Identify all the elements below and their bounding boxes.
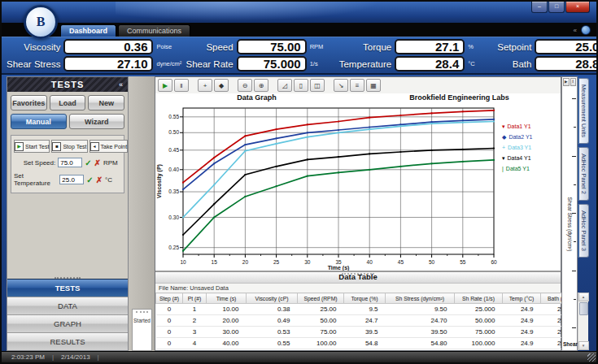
table-cell: 100.000 — [455, 338, 503, 349]
zoom-in-button[interactable]: ⊕ — [254, 79, 268, 92]
set-temperature-row: Set Temperature ✓ ✗ °C — [14, 172, 121, 187]
load-button[interactable]: Load — [50, 95, 86, 110]
column-header-time-s[interactable]: Time (s) — [207, 293, 247, 304]
x-axis-label: Time (s) — [328, 265, 350, 271]
legend-item-data3-y1[interactable]: +Data3 Y1 — [497, 142, 561, 153]
table-row[interactable]: 0440.000.55100.0054.854.80100.00024.925.… — [156, 338, 578, 349]
column-header-torque[interactable]: Torque (%) — [344, 293, 386, 304]
table-cell: 0 — [156, 304, 183, 315]
readout-value: 75.000 — [237, 56, 307, 72]
collapse-panel-icon[interactable]: « — [119, 80, 124, 89]
readout-value: 27.10 — [63, 56, 153, 72]
accept-temperature-icon[interactable]: ✓ — [86, 176, 93, 184]
start-test-button[interactable]: ▶ Start Test — [14, 140, 50, 153]
table-row[interactable]: 0330.000.5375.0039.539.5075.00024.925.3 — [156, 327, 578, 338]
sidebar-nav-tests[interactable]: TESTS — [7, 279, 128, 297]
wizard-button[interactable]: Wizard — [69, 114, 125, 129]
column-header-speed-rpm[interactable]: Speed (RPM) — [298, 293, 344, 304]
close-button[interactable]: × — [565, 2, 590, 13]
column-header-pt[interactable]: Pt (#) — [183, 293, 207, 304]
readout-value: 25.0 — [535, 39, 598, 54]
sidebar-top-buttons: FavoritesLoadNew — [7, 92, 128, 110]
legend-item-data2-y1[interactable]: ◆Data2 Y1 — [497, 132, 561, 142]
pan-button[interactable]: ◆ — [214, 79, 229, 92]
set-temperature-input[interactable] — [59, 175, 84, 184]
resize-grip[interactable] — [587, 353, 596, 362]
print-button[interactable]: ≡ — [350, 79, 364, 92]
annotate-button[interactable]: ↘ — [334, 79, 348, 92]
cancel-temperature-icon[interactable]: ✗ — [96, 176, 103, 184]
right-tab-adhoc-panel-3[interactable]: AdHoc Panel 3 — [578, 204, 589, 258]
globe-status-icon[interactable] — [581, 25, 591, 35]
scale-diagonal-button[interactable]: ◿ — [277, 79, 292, 92]
column-header-sh-stress-dyn-cm[interactable]: Sh Stress (dyn/cm²) — [386, 293, 455, 304]
cancel-speed-icon[interactable]: ✗ — [94, 158, 101, 167]
crosshair-button[interactable]: + — [198, 79, 212, 92]
table-cell: 24.9 — [503, 315, 541, 327]
manual-button[interactable]: Manual — [11, 114, 67, 129]
pause-icon[interactable]: ‖ — [570, 78, 577, 86]
take-point-button[interactable]: ◂ Take Point — [89, 140, 129, 153]
table-cell: 9.5 — [344, 304, 386, 315]
right-tab-adhoc-panel-2[interactable]: AdHoc Panel 2 — [578, 147, 589, 201]
readout-label: Shear Stress — [7, 59, 60, 69]
table-cell: 50.000 — [455, 315, 503, 327]
column-header-viscosity-cp[interactable]: Viscosity (cP) — [247, 293, 298, 304]
sidebar-nav-results[interactable]: RESULTS — [7, 332, 128, 350]
legend-item-data4-y1[interactable]: ▾Data4 Y1 — [497, 153, 561, 163]
content-area: ▶‖+◆⊖⊕◿▯◫↘≡▦ Data Graph Brookfield Engin… — [155, 76, 561, 351]
scale-vertical-button[interactable]: ▯ — [294, 79, 308, 92]
zoom-out-button[interactable]: ⊖ — [238, 79, 252, 92]
table-cell: 75.000 — [455, 327, 503, 338]
graph-title: Data Graph — [155, 93, 358, 103]
right-tab-measurement-units[interactable]: Measurement Units — [578, 78, 589, 144]
sidebar-nav-graph[interactable]: GRAPH — [7, 314, 128, 332]
tab-communications[interactable]: Communications — [118, 24, 190, 37]
readout-setpoint: Setpoint25.0°C — [497, 40, 598, 54]
svg-text:0.35: 0.35 — [168, 188, 179, 194]
column-header-step[interactable]: Step (#) — [156, 293, 183, 304]
column-header-temp-c[interactable]: Temp (°C) — [503, 293, 541, 304]
legend-marker-icon: + — [502, 145, 505, 150]
graph-subtitle: Brookfield Engineering Labs — [358, 93, 561, 103]
accept-speed-icon[interactable]: ✓ — [85, 158, 91, 167]
minimize-button[interactable]: – — [531, 2, 548, 13]
pause-button[interactable]: ‖ — [174, 79, 189, 92]
start-test-label: Start Test — [25, 144, 49, 150]
table-cell: 24.9 — [503, 304, 541, 315]
new-button[interactable]: New — [88, 95, 124, 110]
tab-dashboard[interactable]: Dashboard — [60, 24, 116, 37]
svg-text:0.40: 0.40 — [168, 167, 179, 172]
play-button[interactable]: ▶ — [158, 79, 172, 92]
svg-text:25: 25 — [273, 259, 280, 265]
sliver-axis-label: Shear Stress (dyn/cm²) — [567, 197, 573, 252]
svg-text:20: 20 — [242, 259, 249, 265]
tabbar-extras: « — [574, 25, 591, 35]
favorites-button[interactable]: Favorites — [11, 95, 47, 110]
table-cell: 10.00 — [207, 304, 247, 315]
play-icon[interactable]: ▶ — [563, 78, 570, 86]
panel-splitter[interactable]: Started — [129, 76, 155, 351]
table-cell: 0 — [156, 338, 183, 349]
column-header-sh-rate-1-s[interactable]: Sh Rate (1/s) — [455, 293, 503, 304]
readout-label: Speed — [206, 42, 233, 52]
titlebar[interactable]: B – □ × — [2, 2, 596, 23]
save-button[interactable]: ▦ — [366, 79, 381, 92]
started-status-panel: Started — [132, 309, 152, 351]
legend-item-data5-y1[interactable]: |Data5 Y1 — [497, 163, 561, 174]
table-row[interactable]: 0110.000.3825.009.59.5025.00024.925.3 — [156, 304, 578, 315]
readout-value: 0.36 — [63, 39, 153, 54]
readout-value: 27.1 — [395, 39, 465, 54]
chart-svg[interactable]: 10152025303540455055600.250.300.350.400.… — [155, 103, 497, 271]
table-row[interactable]: 0220.000.4950.0024.724.7050.00024.925.3 — [156, 315, 578, 327]
maximize-button[interactable]: □ — [548, 2, 565, 13]
stop-test-button[interactable]: ■ Stop Test — [51, 140, 87, 153]
set-speed-input[interactable] — [58, 158, 82, 167]
legend-marker-icon: ▾ — [502, 155, 505, 162]
sidebar-nav-data[interactable]: DATA — [7, 297, 128, 314]
table-cell: 54.80 — [386, 338, 455, 349]
legend-item-data1-y1[interactable]: ▾Data1 Y1 — [497, 121, 561, 132]
readout-label: Viscosity — [24, 42, 60, 52]
table-cell: 20.00 — [207, 315, 247, 327]
scale-horizontal-button[interactable]: ◫ — [310, 79, 325, 92]
